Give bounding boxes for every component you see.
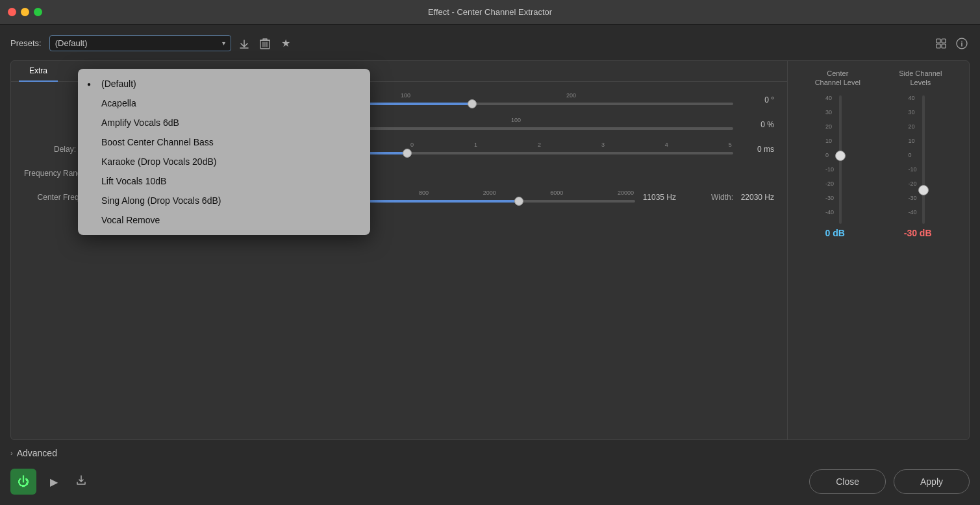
right-section: CenterChannel Level Side ChannelLevels 4… xyxy=(787,61,969,439)
close-window-button[interactable] xyxy=(8,8,16,16)
toolbar-right xyxy=(933,36,970,51)
favorite-preset-button[interactable]: ★ xyxy=(278,36,294,51)
titlebar: Effect - Center Channel Extractor xyxy=(0,0,980,25)
side-scale: 40 30 20 10 0 -10 -20 -30 -40 xyxy=(909,95,917,224)
center-channel-thumb[interactable] xyxy=(835,151,846,161)
bottom-row: ⏻ ▶ Close Apply xyxy=(10,469,970,495)
delay-value: 0 ms xyxy=(738,145,774,154)
center-channel-slider[interactable] xyxy=(839,95,842,224)
svg-rect-8 xyxy=(936,44,940,48)
apply-button[interactable]: Apply xyxy=(894,469,970,494)
preset-option-lift[interactable]: Lift Vocals 10dB xyxy=(78,171,370,191)
center-channel-meter: 40 30 20 10 0 -10 -20 -30 -40 xyxy=(825,95,844,238)
width-label: Width: xyxy=(681,193,733,202)
presets-label: Presets: xyxy=(10,38,42,48)
center-db-value: 0 dB xyxy=(825,228,844,238)
presets-selected-value: (Default) xyxy=(55,38,88,48)
preset-option-singalong[interactable]: Sing Along (Drop Vocals 6dB) xyxy=(78,191,370,210)
power-icon: ⏻ xyxy=(18,475,29,489)
tab-extract[interactable]: Extra xyxy=(19,61,58,82)
svg-rect-6 xyxy=(936,39,940,43)
export-icon xyxy=(75,474,88,489)
advanced-label: Advanced xyxy=(17,448,57,458)
delay-label: Delay: xyxy=(24,145,76,154)
export-button[interactable] xyxy=(71,472,91,491)
grid-icon[interactable] xyxy=(933,36,949,51)
power-button[interactable]: ⏻ xyxy=(10,469,36,495)
control-value-1: 0 ° xyxy=(738,95,774,105)
window-title: Effect - Center Channel Extractor xyxy=(428,7,552,17)
play-button[interactable]: ▶ xyxy=(44,472,64,491)
side-channel-meter: 40 30 20 10 0 -10 -20 -30 -40 xyxy=(904,95,932,238)
control-value-2: 0 % xyxy=(738,120,774,129)
side-channel-thumb[interactable] xyxy=(918,185,929,195)
maximize-window-button[interactable] xyxy=(34,8,42,16)
play-icon: ▶ xyxy=(50,476,58,488)
center-freq-value: 11035 Hz xyxy=(640,193,676,202)
bottom-right-controls: Close Apply xyxy=(809,469,970,494)
advanced-section[interactable]: › Advanced xyxy=(10,448,970,458)
close-button[interactable]: Close xyxy=(809,469,886,494)
svg-rect-7 xyxy=(942,39,946,43)
window-controls xyxy=(8,8,42,16)
center-scale: 40 30 20 10 0 -10 -20 -30 -40 xyxy=(825,95,834,224)
save-preset-button[interactable] xyxy=(236,36,252,51)
advanced-chevron-icon: › xyxy=(10,449,13,457)
side-db-value: -30 dB xyxy=(904,228,932,238)
preset-option-karaoke[interactable]: Karaoke (Drop Vocals 20dB) xyxy=(78,152,370,171)
preset-option-vocalremove[interactable]: Vocal Remove xyxy=(78,210,370,230)
info-icon[interactable] xyxy=(954,36,970,51)
main-content: Presets: (Default) ▾ ★ (Default) Acapell… xyxy=(0,25,980,505)
presets-dropdown-menu: (Default) Acapella Amplify Vocals 6dB Bo… xyxy=(78,69,370,235)
preset-option-default[interactable]: (Default) xyxy=(78,74,370,93)
side-channel-slider[interactable] xyxy=(922,95,925,224)
delete-preset-button[interactable] xyxy=(257,36,273,51)
width-value: 22030 Hz xyxy=(738,193,774,202)
svg-point-12 xyxy=(961,40,962,42)
preset-option-acapella[interactable]: Acapella xyxy=(78,93,370,113)
meters-header: CenterChannel Level Side ChannelLevels xyxy=(796,69,961,88)
minimize-window-button[interactable] xyxy=(21,8,29,16)
presets-dropdown[interactable]: (Default) ▾ xyxy=(49,35,231,51)
svg-rect-9 xyxy=(942,44,946,48)
side-channel-label: Side ChannelLevels xyxy=(899,69,942,88)
bottom-left-controls: ⏻ ▶ xyxy=(10,469,91,495)
preset-option-boost[interactable]: Boost Center Channel Bass xyxy=(78,132,370,152)
chevron-down-icon: ▾ xyxy=(222,40,225,47)
center-channel-label: CenterChannel Level xyxy=(815,69,861,88)
presets-row: Presets: (Default) ▾ ★ xyxy=(10,35,970,51)
preset-option-amplify[interactable]: Amplify Vocals 6dB xyxy=(78,113,370,132)
